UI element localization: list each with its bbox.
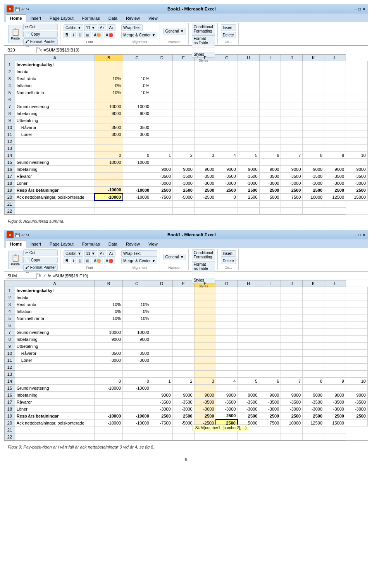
cell-b[interactable]: 10% <box>123 75 151 82</box>
cell-j[interactable] <box>303 357 324 364</box>
cell-d[interactable] <box>172 364 194 371</box>
cell-i[interactable] <box>281 301 303 308</box>
col-header-l-2[interactable]: L <box>324 280 346 287</box>
cell-e[interactable] <box>194 89 216 96</box>
minimize-btn-2[interactable]: ─ <box>354 233 357 237</box>
cell-h[interactable] <box>259 103 281 110</box>
cell-a[interactable]: Råvaror <box>15 350 95 357</box>
cell-l[interactable] <box>346 61 368 68</box>
cell-g[interactable]: -3000 <box>238 180 259 187</box>
cell-i[interactable] <box>281 350 303 357</box>
cell-k[interactable] <box>324 350 346 357</box>
cell-a[interactable]: Resp års betalningar <box>15 413 95 420</box>
cell-f[interactable] <box>216 110 238 117</box>
cell-f[interactable] <box>216 308 238 315</box>
cell-b[interactable]: -10000 <box>95 385 123 392</box>
cell-g[interactable] <box>238 385 259 392</box>
tab-pagelayout-1[interactable]: Page Layout <box>45 14 78 22</box>
cell-i[interactable] <box>281 117 303 124</box>
cell-a[interactable]: Investeringskalkyl <box>15 287 95 294</box>
table-row[interactable]: 11 Löner-3000-3000 <box>5 357 368 364</box>
cell-h[interactable]: 6 <box>259 152 281 159</box>
cell-f[interactable] <box>216 357 238 364</box>
cell-b[interactable]: -10000 <box>123 159 151 166</box>
cell-k[interactable]: 2500 <box>324 413 346 420</box>
cell-b[interactable] <box>95 173 123 180</box>
cell-b[interactable]: 10% <box>123 301 151 308</box>
cell-j[interactable]: -3000 <box>303 406 324 413</box>
cell-a[interactable]: Inflation <box>15 82 95 89</box>
cell-e[interactable]: 3 <box>194 152 216 159</box>
cell-a[interactable] <box>15 364 95 371</box>
cell-e[interactable]: -3000 <box>194 406 216 413</box>
cell-g[interactable] <box>238 110 259 117</box>
cell-g[interactable] <box>238 329 259 336</box>
cell-j[interactable] <box>303 371 324 378</box>
cell-b[interactable]: 0% <box>123 82 151 89</box>
cell-empty[interactable] <box>123 433 151 440</box>
cell-d[interactable]: -3000 <box>173 180 195 187</box>
font-name-2[interactable]: Calibri ▼ <box>64 250 83 257</box>
cell-l[interactable] <box>346 131 368 138</box>
cell-d[interactable] <box>172 357 194 364</box>
col-header-e-1[interactable]: E <box>173 55 195 61</box>
cell-j[interactable]: -3500 <box>303 173 324 180</box>
cell-j[interactable] <box>303 301 324 308</box>
cell-d[interactable] <box>173 131 195 138</box>
cell-empty[interactable] <box>324 201 346 208</box>
cell-d[interactable] <box>173 117 195 124</box>
quick-access-redo-2[interactable]: ↪ <box>26 233 29 237</box>
cell-f[interactable] <box>216 287 238 294</box>
cell-l[interactable]: -3000 <box>346 180 368 187</box>
cell-l[interactable] <box>346 364 367 371</box>
cell-g[interactable]: -3500 <box>238 399 259 406</box>
cell-l[interactable] <box>346 385 367 392</box>
cell-k[interactable] <box>324 75 346 82</box>
cell-h[interactable] <box>259 322 281 329</box>
cell-g[interactable] <box>238 301 259 308</box>
cell-j[interactable] <box>303 68 324 75</box>
cell-l[interactable] <box>346 68 368 75</box>
tab-home-2[interactable]: Home <box>6 240 26 248</box>
cell-a[interactable]: Inflation <box>15 308 95 315</box>
cell-f[interactable] <box>216 75 238 82</box>
cell-e[interactable] <box>194 336 216 343</box>
cell-e[interactable] <box>194 301 216 308</box>
cell-a[interactable]: Investeringskalkyl <box>15 61 95 68</box>
table-row[interactable]: 11 Löner-3000-3000 <box>5 131 368 138</box>
font-name-1[interactable]: Calibri ▼ <box>64 24 83 31</box>
cell-c[interactable] <box>151 131 173 138</box>
cell-h[interactable]: -3500 <box>259 399 281 406</box>
cell-a[interactable]: Utbetalning <box>15 343 95 350</box>
cell-d[interactable] <box>173 159 195 166</box>
cell-a[interactable]: Ack nettobetalningar, odiskonterade <box>15 194 95 201</box>
cell-b[interactable]: -10000 <box>123 187 151 194</box>
cell-empty[interactable] <box>15 208 95 215</box>
cell-empty[interactable] <box>151 426 172 433</box>
cell-c[interactable]: 1 <box>151 378 172 385</box>
cell-empty[interactable] <box>238 208 259 215</box>
cell-b[interactable]: 10% <box>123 315 151 322</box>
cell-j[interactable]: 8 <box>303 152 324 159</box>
cell-i[interactable] <box>281 287 303 294</box>
cell-h[interactable] <box>259 82 281 89</box>
cell-empty[interactable] <box>259 426 281 433</box>
cell-f[interactable] <box>216 138 238 145</box>
cell-a[interactable]: Inbetalning <box>15 392 95 399</box>
cell-d[interactable] <box>173 124 195 131</box>
cell-c[interactable]: 2500 <box>151 413 172 420</box>
cell-empty[interactable] <box>151 433 172 440</box>
cell-j[interactable]: 10000 <box>303 194 324 201</box>
cell-b[interactable] <box>95 138 123 145</box>
cell-e[interactable]: -3500 <box>194 399 216 406</box>
cell-c[interactable] <box>151 103 173 110</box>
cell-e[interactable]: 2500 <box>194 413 216 420</box>
cell-a[interactable] <box>15 378 95 385</box>
close-btn-2[interactable]: ✕ <box>362 233 365 237</box>
cell-empty[interactable] <box>303 201 324 208</box>
delete-button-2[interactable]: Delete <box>221 258 236 264</box>
font-shrink-2[interactable]: A↓ <box>107 250 115 257</box>
cell-b[interactable] <box>95 343 123 350</box>
cell-l[interactable]: -3000 <box>346 406 367 413</box>
cell-empty[interactable] <box>216 201 238 208</box>
